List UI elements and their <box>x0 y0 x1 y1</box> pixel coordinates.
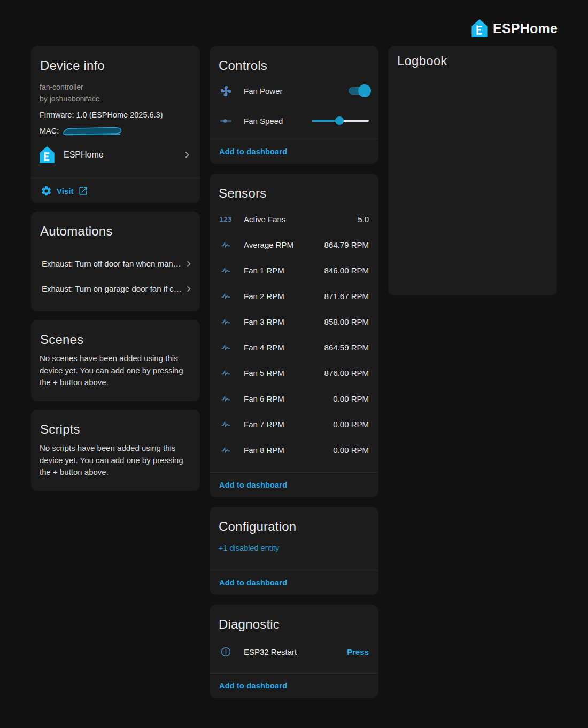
sensor-label: Fan 4 RPM <box>244 343 284 352</box>
scripts-title: Scripts <box>31 410 200 437</box>
restart-label: ESP32 Restart <box>244 647 297 656</box>
sensor-value: 0.00 RPM <box>333 394 369 403</box>
chevron-right-icon <box>181 148 194 161</box>
sensor-label: Fan 2 RPM <box>244 292 284 301</box>
sensor-value: 858.00 RPM <box>324 317 369 326</box>
pulse-icon <box>219 419 233 430</box>
sensor-row[interactable]: Fan 4 RPM 864.59 RPM <box>210 334 378 360</box>
automation-label: Exhaust: Turn off door fan when man d… <box>42 259 183 268</box>
device-info-card: Device info fan-controller by joshuaboni… <box>31 46 200 203</box>
pulse-icon <box>219 291 233 302</box>
logbook-card: Logbook <box>388 46 557 295</box>
pulse-icon <box>219 342 233 353</box>
sensor-value: 871.67 RPM <box>324 292 369 301</box>
sensor-value: 864.79 RPM <box>324 240 369 249</box>
sensor-value: 0.00 RPM <box>333 445 369 455</box>
esphome-logo-icon <box>40 146 55 163</box>
pulse-icon <box>219 316 233 327</box>
press-button[interactable]: Press <box>347 647 369 656</box>
sensor-label: Fan 7 RPM <box>244 420 284 429</box>
automation-row[interactable]: Exhaust: Turn off door fan when man d… <box>31 255 200 272</box>
fan-power-toggle[interactable] <box>349 85 369 96</box>
diagnostic-title: Diagnostic <box>210 605 378 632</box>
sensor-row[interactable]: Fan 8 RPM 0.00 RPM <box>210 437 378 463</box>
open-in-new-icon <box>78 186 88 196</box>
add-to-dashboard-link[interactable]: Add to dashboard <box>219 481 287 489</box>
restart-icon <box>219 646 233 657</box>
mac-label: MAC: <box>40 127 59 135</box>
pulse-icon <box>219 367 233 379</box>
fan-speed-label: Fan Speed <box>244 116 283 126</box>
sensor-row[interactable]: Fan 5 RPM 876.00 RPM <box>210 360 378 386</box>
pulse-icon <box>219 265 233 276</box>
scenes-title: Scenes <box>31 320 200 348</box>
restart-row: ESP32 Restart Press <box>210 639 378 664</box>
visit-device-link[interactable]: Visit <box>41 185 88 197</box>
chevron-right-icon <box>183 283 195 295</box>
configuration-card: Configuration +1 disabled entity Add to … <box>210 507 378 595</box>
add-to-dashboard-link[interactable]: Add to dashboard <box>219 682 287 690</box>
chevron-right-icon <box>183 258 195 270</box>
logbook-title: Logbook <box>388 46 557 69</box>
device-name: fan-controller <box>40 81 191 93</box>
sensor-label: Fan 1 RPM <box>244 266 284 275</box>
device-author: by joshuaboniface <box>40 93 191 105</box>
sensor-row[interactable]: Fan 2 RPM 871.67 RPM <box>210 283 378 309</box>
sensor-value: 864.59 RPM <box>324 343 369 352</box>
pulse-icon <box>219 393 233 404</box>
add-to-dashboard-link[interactable]: Add to dashboard <box>219 578 287 587</box>
sensor-label: Active Fans <box>244 215 285 224</box>
diagnostic-card: Diagnostic ESP32 Restart Press Add to da… <box>210 605 378 698</box>
scenes-empty-text: No scenes have been added using this dev… <box>40 353 191 389</box>
automations-title: Automations <box>31 212 200 239</box>
gear-icon <box>41 185 52 197</box>
fan-speed-row: Fan Speed <box>210 108 378 134</box>
sensor-label: Fan 5 RPM <box>244 369 284 378</box>
device-info-title: Device info <box>31 46 200 74</box>
automations-card: Automations Exhaust: Turn off door fan w… <box>31 212 200 311</box>
pulse-icon <box>219 444 233 456</box>
pulse-icon <box>219 239 233 251</box>
slider-thumb[interactable] <box>335 116 344 125</box>
scripts-card: Scripts No scripts have been added using… <box>31 410 200 491</box>
sensor-value: 0.00 RPM <box>333 420 369 429</box>
sensors-card: Sensors 123 Active Fans 5.0 Average RPM … <box>210 174 378 497</box>
sensor-value: 5.0 <box>358 215 369 224</box>
slider-icon <box>219 115 233 127</box>
sensor-label: Fan 3 RPM <box>244 317 284 326</box>
brand-name: ESPHome <box>493 21 558 36</box>
sensor-label: Fan 8 RPM <box>244 445 284 455</box>
device-firmware: Firmware: 1.0 (ESPHome 2025.6.3) <box>40 109 191 120</box>
controls-card: Controls Fan Power Fan Speed <box>210 46 378 164</box>
sensor-row[interactable]: Fan 3 RPM 858.00 RPM <box>210 309 378 334</box>
sensor-row[interactable]: Fan 1 RPM 846.00 RPM <box>210 257 378 283</box>
integration-name: ESPHome <box>64 150 104 160</box>
fan-icon <box>219 85 233 97</box>
automation-row[interactable]: Exhaust: Turn on garage door fan if co… <box>31 280 200 298</box>
sensor-value: 846.00 RPM <box>324 266 369 275</box>
sensor-row[interactable]: Fan 6 RPM 0.00 RPM <box>210 386 378 411</box>
device-mac-row: MAC: <box>40 126 191 136</box>
sensor-row[interactable]: Average RPM 864.79 RPM <box>210 232 378 257</box>
integration-row-esphome[interactable]: ESPHome <box>40 145 194 165</box>
fan-speed-slider[interactable] <box>312 116 369 125</box>
automation-label: Exhaust: Turn on garage door fan if co… <box>42 284 183 293</box>
sensor-row[interactable]: 123 Active Fans 5.0 <box>210 206 378 232</box>
scenes-card: Scenes No scenes have been added using t… <box>31 320 200 401</box>
sensor-label: Fan 6 RPM <box>244 394 284 403</box>
fan-power-label: Fan Power <box>244 87 283 96</box>
sensors-title: Sensors <box>210 174 378 201</box>
fan-power-row: Fan Power <box>210 78 378 104</box>
scripts-empty-text: No scripts have been added using this de… <box>40 442 191 479</box>
disabled-entities-link[interactable]: +1 disabled entity <box>219 543 370 553</box>
mac-redaction-scribble <box>61 126 125 136</box>
counter-icon: 123 <box>219 215 233 223</box>
header-brand: ESPHome <box>471 19 558 37</box>
sensor-label: Average RPM <box>244 240 293 249</box>
visit-label: Visit <box>57 186 73 195</box>
sensor-value: 876.00 RPM <box>324 369 369 378</box>
esphome-logo-icon <box>471 19 488 37</box>
controls-title: Controls <box>210 46 378 74</box>
add-to-dashboard-link[interactable]: Add to dashboard <box>219 147 287 156</box>
sensor-row[interactable]: Fan 7 RPM 0.00 RPM <box>210 411 378 437</box>
